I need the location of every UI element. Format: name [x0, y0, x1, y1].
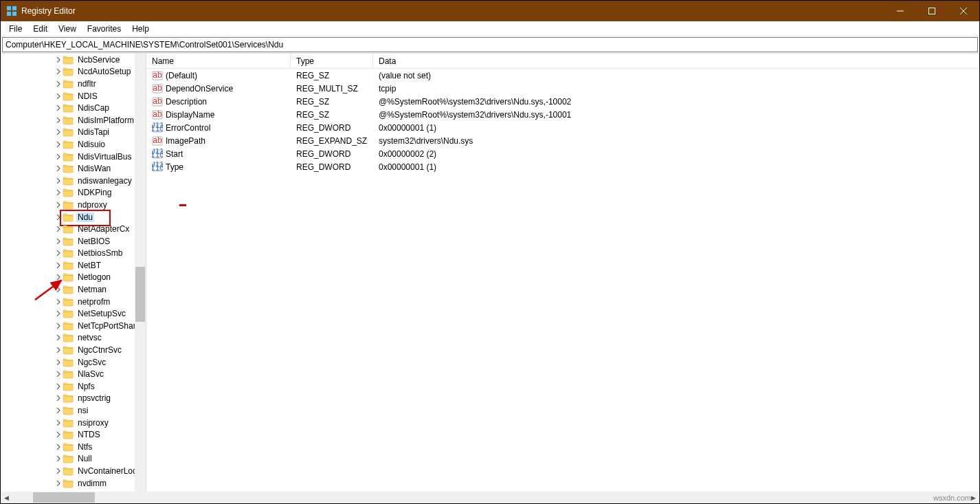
chevron-right-icon[interactable] — [54, 92, 63, 100]
menu-help[interactable]: Help — [126, 23, 155, 35]
chevron-right-icon[interactable] — [54, 273, 63, 281]
chevron-right-icon[interactable] — [54, 128, 63, 136]
chevron-right-icon[interactable] — [54, 237, 63, 245]
chevron-right-icon[interactable] — [54, 322, 63, 330]
chevron-right-icon[interactable] — [54, 382, 63, 391]
tree-scrollbar[interactable] — [135, 54, 146, 492]
chevron-right-icon[interactable] — [54, 454, 63, 463]
minimize-button[interactable] — [884, 1, 916, 21]
chevron-right-icon[interactable] — [54, 177, 63, 185]
tree-item[interactable]: Ntfs — [1, 441, 146, 453]
value-row[interactable]: abImagePathREG_EXPAND_SZsystem32\drivers… — [146, 134, 979, 147]
chevron-right-icon[interactable] — [54, 225, 63, 233]
value-row[interactable]: abDisplayNameREG_SZ@%SystemRoot%\system3… — [146, 108, 979, 121]
chevron-right-icon[interactable] — [54, 67, 63, 76]
value-data: (value not set) — [373, 71, 979, 80]
tree-item[interactable]: NetbiosSmb — [1, 248, 146, 260]
tree-item[interactable]: NdisCap — [1, 102, 146, 114]
column-name[interactable]: Name — [146, 54, 291, 68]
menu-favorites[interactable]: Favorites — [82, 23, 126, 35]
maximize-button[interactable] — [916, 1, 948, 21]
value-row[interactable]: 011110StartREG_DWORD0x00000002 (2) — [146, 147, 979, 160]
chevron-right-icon[interactable] — [54, 370, 63, 378]
chevron-right-icon[interactable] — [54, 188, 63, 197]
chevron-right-icon[interactable] — [54, 298, 63, 306]
chevron-right-icon[interactable] — [54, 201, 63, 209]
chevron-right-icon[interactable] — [54, 80, 63, 88]
menu-file[interactable]: File — [3, 23, 27, 35]
chevron-right-icon[interactable] — [54, 406, 63, 415]
chevron-right-icon[interactable] — [54, 430, 63, 439]
tree-item[interactable]: NetSetupSvc — [1, 307, 146, 320]
value-row[interactable]: abDescriptionREG_SZ@%SystemRoot%\system3… — [146, 95, 979, 108]
value-row[interactable]: 011110TypeREG_DWORD0x00000001 (1) — [146, 160, 979, 173]
watermark: wsxdn.com — [933, 494, 971, 502]
chevron-right-icon[interactable] — [54, 285, 63, 294]
chevron-right-icon[interactable] — [54, 261, 63, 270]
tree-scrollbar-thumb[interactable] — [135, 267, 145, 322]
tree-item[interactable]: Npfs — [1, 380, 146, 393]
value-row[interactable]: 011110ErrorControlREG_DWORD0x00000001 (1… — [146, 121, 979, 134]
tree-item[interactable]: NcbService — [1, 54, 146, 66]
menu-view[interactable]: View — [53, 23, 82, 35]
chevron-right-icon[interactable] — [54, 213, 63, 221]
tree-item[interactable]: NgcSvc — [1, 356, 146, 369]
chevron-right-icon[interactable] — [54, 309, 63, 318]
scroll-track[interactable] — [12, 492, 968, 503]
tree-item[interactable]: Ndu — [1, 211, 146, 223]
chevron-right-icon[interactable] — [54, 394, 63, 402]
tree-item[interactable]: nsi — [1, 404, 146, 417]
chevron-right-icon[interactable] — [54, 479, 63, 487]
scroll-left-button[interactable]: ◀ — [1, 492, 12, 503]
chevron-right-icon[interactable] — [54, 116, 63, 124]
svg-rect-2 — [7, 12, 11, 16]
chevron-right-icon[interactable] — [54, 164, 63, 173]
chevron-right-icon[interactable] — [54, 467, 63, 475]
tree-item[interactable]: NlaSvc — [1, 368, 146, 380]
address-bar[interactable]: Computer\HKEY_LOCAL_MACHINE\SYSTEM\Contr… — [2, 37, 978, 52]
chevron-right-icon[interactable] — [54, 358, 63, 366]
tree-item[interactable]: NetBT — [1, 259, 146, 272]
chevron-right-icon[interactable] — [54, 153, 63, 161]
tree-item[interactable]: NetBIOS — [1, 235, 146, 248]
tree-item[interactable]: NdisWan — [1, 162, 146, 175]
chevron-right-icon[interactable] — [54, 443, 63, 451]
value-row[interactable]: abDependOnServiceREG_MULTI_SZtcpip — [146, 82, 979, 95]
close-button[interactable] — [948, 1, 979, 21]
tree-item[interactable]: NvContainerLocalSystem — [1, 465, 146, 477]
tree-item[interactable]: NcdAutoSetup — [1, 66, 146, 78]
tree-item[interactable]: NdisTapi — [1, 127, 146, 139]
column-type[interactable]: Type — [291, 54, 373, 68]
chevron-right-icon[interactable] — [54, 249, 63, 257]
tree-item[interactable]: ndiswanlegacy — [1, 175, 146, 187]
chevron-right-icon[interactable] — [54, 104, 63, 112]
value-row[interactable]: ab(Default)REG_SZ(value not set) — [146, 69, 979, 82]
tree-item[interactable]: Null — [1, 453, 146, 465]
tree-item[interactable]: nvdimm — [1, 477, 146, 490]
tree-item[interactable]: ndfltr — [1, 78, 146, 90]
tree-item[interactable]: NDIS — [1, 90, 146, 102]
tree-item[interactable]: ndproxy — [1, 199, 146, 211]
tree-item[interactable]: netvsc — [1, 332, 146, 344]
tree-item[interactable]: NDKPing — [1, 187, 146, 199]
tree-item[interactable]: NdisVirtualBus — [1, 151, 146, 163]
chevron-right-icon[interactable] — [54, 419, 63, 427]
tree-item[interactable]: Ndisuio — [1, 138, 146, 151]
menu-edit[interactable]: Edit — [27, 23, 53, 35]
tree-item[interactable]: nsiproxy — [1, 417, 146, 429]
tree-item[interactable]: Netman — [1, 283, 146, 296]
chevron-right-icon[interactable] — [54, 346, 63, 354]
tree-item[interactable]: NTDS — [1, 428, 146, 441]
scroll-thumb[interactable] — [33, 492, 95, 503]
chevron-right-icon[interactable] — [54, 56, 63, 64]
chevron-right-icon[interactable] — [54, 333, 63, 342]
tree-item[interactable]: NetAdapterCx — [1, 223, 146, 235]
tree-item[interactable]: NetTcpPortSharing — [1, 320, 146, 332]
chevron-right-icon[interactable] — [54, 140, 63, 149]
tree-item[interactable]: netprofm — [1, 296, 146, 308]
tree-item[interactable]: NdisImPlatform — [1, 114, 146, 127]
tree-item[interactable]: Netlogon — [1, 272, 146, 284]
tree-item[interactable]: NgcCtnrSvc — [1, 344, 146, 356]
column-data[interactable]: Data — [373, 54, 979, 68]
tree-item[interactable]: npsvctrig — [1, 393, 146, 405]
